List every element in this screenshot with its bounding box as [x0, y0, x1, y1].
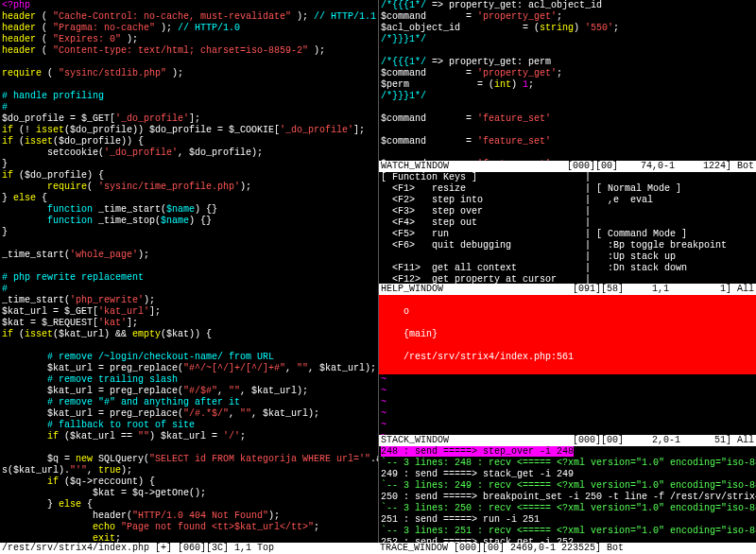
watch-line: <F3> step over |: [379, 206, 756, 217]
trace-line: `-- 3 lines: 251 : recv <===== <?xml ver…: [379, 526, 756, 537]
status-bar-left: /rest/srv/strix4/index.php [+] [060][3C]…: [0, 543, 378, 554]
code-line: $command = 'feature_set': [379, 113, 756, 125]
code-line: # fallback to root of site: [0, 420, 378, 431]
code-line: [0, 442, 378, 454]
code-line: _time_start('php_rewrite');: [0, 295, 378, 306]
frame-mark: o: [404, 306, 409, 317]
code-line: [379, 45, 756, 57]
stack-pos: [000][00] 2,0-1 51] All: [573, 435, 754, 446]
code-line: # remove "#" and anything after it: [0, 397, 378, 408]
trace-line: 248 : send =====> step_over -i 248: [379, 446, 756, 458]
help-window[interactable]: HELP_WINDOW [091][58] 1,1 1] All o {main…: [378, 284, 756, 435]
code-line: /*{{{1*/ => property_get: perm: [379, 57, 756, 68]
code-line: header ( "Expires: 0" );: [0, 34, 378, 45]
code-line: if ($kat_url == "") $kat_url = '/';: [0, 431, 378, 442]
stack-window[interactable]: STACK_WINDOW [000][00] 2,0-1 51] All 248…: [378, 435, 756, 543]
status-pct: Top: [257, 543, 274, 553]
code-line: setcookie('_do_profile', $do_profile);: [0, 147, 378, 159]
code-line: _time_start('whole_page');: [0, 250, 378, 261]
status-flags: [060][3C]: [178, 543, 229, 553]
code-line: <?php: [0, 0, 378, 11]
code-line: header ( "Cache-Control: no-cache, must-…: [0, 11, 378, 23]
trace-pct: 223525] Bot: [561, 543, 624, 553]
code-line: if ($q->reccount) {: [0, 476, 378, 488]
code-line: $kat_url = preg_replace("/#.*$/", "", $k…: [0, 408, 378, 420]
status-bar-right: TRACE_WINDOW [000][00] 2469,0-1 223525] …: [378, 543, 756, 554]
code-line: $command = 'property_get';: [379, 11, 756, 23]
watch-line: <F4> step out |: [379, 217, 756, 229]
code-line: $command = 'property_get';: [379, 68, 756, 79]
trace-line: `-- 3 lines: 250 : recv <===== <?xml ver…: [379, 503, 756, 514]
watch-window[interactable]: WATCH_WINDOW [000][00] 74,0-1 1224] Bot …: [378, 161, 756, 284]
stack-title: STACK_WINDOW: [381, 435, 449, 446]
code-line: if ($do_profile) {: [0, 170, 378, 182]
code-line: require( 'sysinc/time_profile.php');: [0, 182, 378, 193]
watch-line: <F11> get all context | :Dn stack down: [379, 263, 756, 274]
code-line: $kat_url = $_GET['kat_url'];: [0, 306, 378, 318]
status-pos: 1,1: [234, 543, 251, 553]
code-line: s($kat_url)."'", true);: [0, 465, 378, 476]
code-line: header("HTTP/1.0 404 Not Found");: [0, 511, 378, 522]
code-line: require ( "sysinc/stdlib.php" );: [0, 68, 378, 79]
code-line: /*}}}1*/: [379, 91, 756, 102]
code-line: [0, 79, 378, 91]
watch-line: <F1> resize | [ Normal Mode ]: [379, 183, 756, 195]
stack-titlebar: STACK_WINDOW [000][00] 2,0-1 51] All: [379, 435, 756, 446]
watch-line: <F2> step into | ,e eval: [379, 195, 756, 206]
code-line: }: [0, 159, 378, 170]
code-line: $do_profile = $_GET['_do_profile'];: [0, 113, 378, 125]
code-line: $kat = $_REQUEST['kat'];: [0, 318, 378, 329]
code-line: # remove /~login/checkout-name/ from URL: [0, 352, 378, 363]
code-line: if (isset($kat_url) && empty($kat)) {: [0, 329, 378, 340]
code-line: /*{{{1*/ => property_get: acl_object_id: [379, 0, 756, 11]
code-line: function _time_start($name) {}: [0, 204, 378, 216]
code-line: [379, 125, 756, 136]
code-line: #: [0, 284, 378, 295]
code-line: header ( "Pragma: no-cache" ); // HTTP/1…: [0, 23, 378, 34]
watch-line: <F12> get property at cursor |: [379, 274, 756, 284]
code-line: } else {: [0, 193, 378, 204]
code-line: # remove trailing slash: [0, 374, 378, 386]
code-line: [0, 238, 378, 250]
empty-line-tilde: ~: [379, 374, 756, 386]
trace-line: 251 : send =====> run -i 251: [379, 514, 756, 526]
code-line: [0, 57, 378, 68]
code-line: # php rewrite replacement: [0, 272, 378, 284]
code-line: #: [0, 102, 378, 113]
trace-line: 249 : send =====> stack_get -i 249: [379, 469, 756, 480]
code-line: exit;: [0, 533, 378, 543]
code-line: $command = 'feature_set': [379, 136, 756, 147]
code-line: $kat_url = preg_replace("#/$#", "", $kat…: [0, 386, 378, 397]
trace-flags: [000][00]: [454, 543, 505, 553]
code-line: if (isset($do_profile)) {: [0, 136, 378, 147]
frame-label: {main}: [404, 329, 438, 339]
code-line: $perm = (int) 1;: [379, 79, 756, 91]
current-frame-line: o {main} /rest/srv/strix4/index.php:561: [379, 295, 756, 374]
eval-pane[interactable]: /*{{{1*/ => property_get: acl_object_id$…: [378, 0, 756, 161]
watch-line: [ Function Keys ] |: [379, 172, 756, 183]
empty-line-tilde: ~: [379, 408, 756, 420]
watch-line: <F6> quit debugging | :Bp toggle breakpo…: [379, 240, 756, 251]
code-line: # handle profiling: [0, 91, 378, 102]
watch-pos: [000][00] 74,0-1 1224] Bot: [567, 161, 754, 172]
code-line: /*}}}1*/: [379, 34, 756, 45]
code-line: [379, 102, 756, 113]
code-line: [0, 340, 378, 352]
code-line: [379, 147, 756, 159]
code-line: $acl_object_id = (string) '550';: [379, 23, 756, 34]
code-line: function _time_stop($name) {}: [0, 216, 378, 227]
code-line: $kat_url = preg_replace("#^/~[^/]+/[^/]+…: [0, 363, 378, 374]
help-pos: [091][58] 1,1 1] All: [573, 284, 754, 295]
source-code-pane[interactable]: <?phpheader ( "Cache-Control: no-cache, …: [0, 0, 378, 543]
frame-file: /rest/srv/strix4/index.php:561: [404, 352, 574, 362]
trace-line: `-- 3 lines: 248 : recv <===== <?xml ver…: [379, 458, 756, 469]
code-line: echo "Page not found <tt>$kat_url</tt>";: [0, 522, 378, 533]
code-line: $kat = $q->getOne();: [0, 488, 378, 499]
code-line: $q = new SQLQuery("SELECT id FROM katego…: [0, 454, 378, 465]
trace-pos: 2469,0-1: [510, 543, 556, 553]
trace-line: `-- 3 lines: 249 : recv <===== <?xml ver…: [379, 480, 756, 492]
trace-line: 250 : send =====> breakpoint_set -i 250 …: [379, 492, 756, 503]
watch-titlebar: WATCH_WINDOW [000][00] 74,0-1 1224] Bot: [379, 161, 756, 172]
code-line: } else {: [0, 499, 378, 511]
watch-line: | :Up stack up: [379, 251, 756, 263]
